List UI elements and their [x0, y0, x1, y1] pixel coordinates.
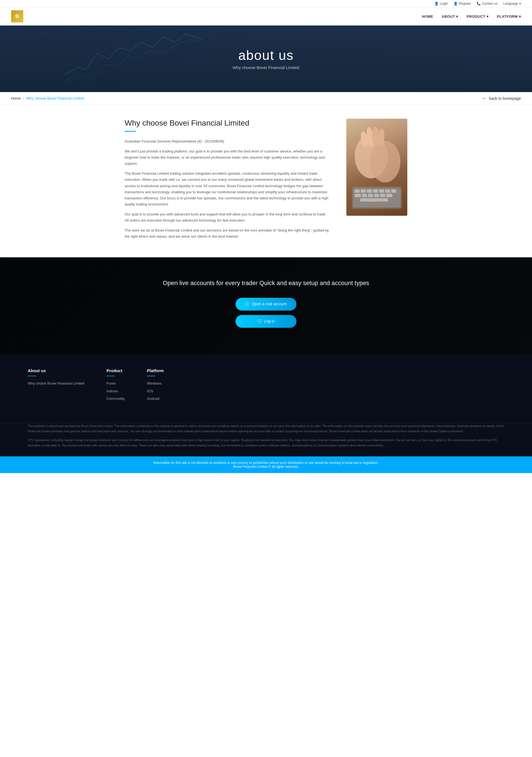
keyboard-image	[346, 119, 407, 216]
breadcrumb-bar: Home › Why choose Bovei Financial Limite…	[0, 92, 532, 105]
disclaimer-para1: This website is owned and operated by Bo…	[28, 423, 504, 434]
svg-rect-20	[386, 194, 392, 197]
chevron-down-icon: ▾	[519, 15, 521, 18]
nav-product[interactable]: PRODUCT ▾	[466, 15, 489, 18]
svg-rect-10	[367, 189, 372, 193]
circle-arrow-icon: ⓘ	[245, 302, 249, 306]
nav-platform[interactable]: PLATFORM ▾	[497, 15, 521, 18]
svg-rect-16	[362, 194, 367, 197]
register-icon: 👤	[454, 2, 458, 6]
top-bar: 👤 Login 👤 Register 📞 Contact us Language…	[0, 0, 532, 8]
login-icon: ⓘ	[257, 319, 261, 323]
about-id: Australian Financial Services Representa…	[125, 138, 330, 144]
footer-product-commodity[interactable]: Commodity	[106, 396, 125, 402]
svg-rect-19	[380, 194, 385, 197]
login-link[interactable]: 👤 Login	[434, 2, 448, 6]
breadcrumb: Home › Why choose Bovei Financial Limite…	[11, 96, 84, 100]
about-para3: Our goal is to provide you with advanced…	[125, 211, 330, 224]
svg-rect-13	[385, 189, 390, 193]
footer-about-link1[interactable]: Why choice Bovei Financial Limited	[28, 381, 84, 386]
svg-rect-18	[374, 194, 379, 197]
chart-decoration	[0, 25, 266, 92]
logo-icon: B	[11, 10, 23, 22]
svg-rect-12	[379, 189, 384, 193]
svg-rect-15	[355, 194, 361, 197]
svg-rect-11	[373, 189, 378, 193]
footer-platform-ios[interactable]: IOS	[147, 388, 164, 394]
login-cta-button[interactable]: ⓘ Log in	[236, 315, 296, 328]
svg-rect-21	[360, 198, 388, 201]
about-para2: The Bovei Financial Limited trading solu…	[125, 170, 330, 207]
footer-bottom-line2: Bovei Financial Limited © all rights res…	[11, 465, 521, 469]
nav-links: HOME ABOUT ▾ PRODUCT ▾ PLATFORM ▾	[422, 15, 521, 18]
footer-product-col: Product Forex Indices Commodity	[106, 368, 125, 404]
arrow-left-icon: ←	[482, 95, 487, 101]
about-text-section: Why choose Bovei Financial Limited Austr…	[125, 119, 330, 243]
user-icon: 👤	[434, 2, 439, 6]
language-dropdown[interactable]: Language ▾	[503, 2, 521, 6]
back-to-homepage-link[interactable]: ← back to homepage	[482, 95, 521, 101]
footer-bottom: Information on this site is not directed…	[0, 456, 532, 473]
footer-columns: About us Why choice Bovei Financial Limi…	[28, 368, 504, 404]
svg-point-1	[370, 141, 400, 182]
about-para1: We don't just provide a trading platform…	[125, 148, 330, 167]
footer-platform-heading: Platform	[147, 368, 164, 373]
footer-col-underline	[28, 376, 36, 376]
footer-product-forex[interactable]: Forex	[106, 381, 125, 386]
register-link[interactable]: 👤 Register	[454, 2, 471, 6]
hero-title: about us	[238, 48, 294, 63]
breadcrumb-separator: ›	[23, 96, 24, 100]
nav-home[interactable]: HOME	[422, 15, 434, 18]
svg-rect-8	[355, 189, 360, 193]
main-content: Why choose Bovei Financial Limited Austr…	[114, 119, 418, 243]
svg-rect-9	[361, 189, 366, 193]
footer-platform-col: Platform Windows IOS Android	[147, 368, 164, 404]
svg-rect-17	[368, 194, 373, 197]
chevron-down-icon: ▾	[519, 2, 521, 6]
breadcrumb-current: Why choose Bovei Financial Limited	[26, 96, 84, 100]
about-para4: The work we do at Bovei Financial Limite…	[125, 227, 330, 240]
title-underline	[125, 131, 136, 132]
keyboard-svg	[349, 123, 405, 212]
open-account-button[interactable]: ⓘ Open a real account	[236, 298, 296, 311]
footer-bottom-line1: Information on this site is not directed…	[11, 461, 521, 465]
footer-platform-windows[interactable]: Windows	[147, 381, 164, 386]
footer-product-heading: Product	[106, 368, 125, 373]
footer-platform-android[interactable]: Android	[147, 396, 164, 402]
cta-heading: Open live accounts for every trader Quic…	[11, 280, 521, 287]
footer-disclaimer: This website is owned and operated by Bo…	[0, 423, 532, 456]
footer-col-underline	[106, 376, 115, 376]
nav-about[interactable]: ABOUT ▾	[442, 15, 458, 18]
chevron-down-icon: ▾	[456, 15, 458, 18]
contact-link[interactable]: 📞 Contact us	[477, 2, 498, 6]
hero-section: about us Why choose Bovei Financial Limi…	[0, 25, 532, 92]
svg-rect-14	[391, 189, 396, 193]
footer-main: About us Why choice Bovei Financial Limi…	[0, 354, 532, 423]
footer-col-underline	[147, 376, 155, 376]
keyboard-visual	[346, 119, 407, 216]
navbar: B HOME ABOUT ▾ PRODUCT ▾ PLATFORM ▾	[0, 8, 532, 25]
about-title: Why choose Bovei Financial Limited	[125, 119, 330, 128]
about-image-section	[346, 119, 407, 216]
breadcrumb-home[interactable]: Home	[11, 96, 21, 100]
cta-section: Open live accounts for every trader Quic…	[0, 257, 532, 354]
disclaimer-para2: OTC derivatives, including margin foreig…	[28, 438, 504, 448]
logo[interactable]: B	[11, 10, 23, 22]
footer-about-heading: About us	[28, 368, 84, 373]
hero-subtitle: Why choose Bovei Financial Limited	[233, 65, 299, 70]
footer-product-indices[interactable]: Indices	[106, 388, 125, 394]
phone-icon: 📞	[477, 2, 481, 6]
footer-about-col: About us Why choice Bovei Financial Limi…	[28, 368, 84, 404]
chevron-down-icon: ▾	[487, 15, 489, 18]
